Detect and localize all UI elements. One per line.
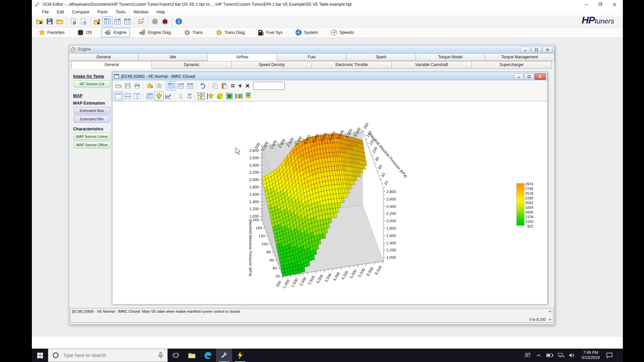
engine-minimize-button[interactable] (520, 47, 530, 53)
ve-save-button[interactable] (123, 81, 132, 90)
pane-single-button[interactable] (114, 92, 123, 101)
write-vcm-button[interactable] (160, 16, 170, 26)
compare-select-button[interactable] (197, 92, 206, 101)
ve-table-compare-all-button[interactable] (185, 81, 195, 90)
mic-icon[interactable] (158, 352, 163, 359)
table-compare-all-button[interactable] (122, 16, 132, 26)
file-info-button[interactable] (68, 16, 78, 26)
open-button[interactable] (35, 16, 45, 26)
ribbon-tab-engine[interactable]: Engine (101, 28, 130, 37)
read-vcm-button[interactable] (150, 16, 160, 26)
menu-edit[interactable]: Edit (57, 10, 64, 14)
view-line-graph-button[interactable] (164, 92, 173, 101)
tab-general[interactable]: General (69, 53, 139, 61)
ve-print-button[interactable] (132, 81, 142, 90)
map-sensor-linear-button[interactable]: MAP Sensor Linear (74, 133, 110, 140)
iat-sensor-cal-button[interactable]: IAT Sensor Cal (74, 80, 110, 87)
edge-button[interactable] (200, 349, 216, 362)
ribbon-tab-os[interactable]: OS (74, 28, 95, 37)
ribbon-tab-favorites[interactable]: Favorites (35, 28, 68, 37)
volume-indicator[interactable] (568, 349, 576, 362)
ve-table-view-button[interactable] (167, 81, 176, 90)
pane-split-v-button[interactable] (132, 92, 142, 101)
vcm-scanner-taskbar-button[interactable] (232, 349, 248, 362)
menu-file[interactable]: File (42, 10, 49, 14)
menu-window[interactable]: Window (133, 10, 148, 14)
start-button[interactable] (32, 349, 48, 362)
compare-shade-button[interactable] (215, 92, 225, 101)
ribbon-tab-trans-diag[interactable]: Trans Diag (212, 28, 248, 37)
subtab-electronic-throttle[interactable]: Electronic Throttle (312, 61, 392, 69)
close-file-button[interactable] (55, 16, 65, 26)
ribbon-tab-speedo[interactable]: Speedo (327, 28, 357, 37)
engine-window-titlebar[interactable]: Engine (69, 45, 554, 54)
scroll-down-icon[interactable] (548, 319, 552, 321)
search-input[interactable] (62, 352, 158, 358)
minimize-button[interactable] (579, 0, 593, 9)
taskbar-clock[interactable]: 7:49 PM 5/15/2019 (579, 350, 603, 360)
ve-minimize-button[interactable] (514, 73, 524, 80)
tab-fuel[interactable]: Fuel (277, 53, 346, 61)
pane-split-h-button[interactable] (123, 92, 132, 101)
info-button[interactable] (174, 16, 184, 26)
estimated-min-button[interactable]: Estimated Min (74, 115, 110, 123)
menu-compare[interactable]: Compare (72, 10, 89, 14)
file-explorer-button[interactable] (184, 349, 200, 362)
multiply-value-button[interactable]: × (244, 82, 251, 90)
subtab-dynamic[interactable]: Dynamic (152, 61, 232, 69)
battery-indicator[interactable] (545, 349, 554, 362)
compare-vsplit-button[interactable] (234, 92, 244, 101)
ve-table-compare-button[interactable] (176, 81, 185, 90)
tab-torque-model[interactable]: Torque Model (416, 53, 485, 61)
ve-close-button[interactable] (535, 73, 546, 80)
subtab-general[interactable]: General (71, 61, 152, 69)
table-compare-button[interactable] (112, 16, 122, 26)
subtab-speed-density[interactable]: Speed Density (231, 61, 312, 69)
compare-swap-button[interactable]: CF (136, 16, 146, 26)
tray-expand-button[interactable] (534, 349, 543, 362)
map-sensor-offset-button[interactable]: MAP Sensor Offset (74, 141, 110, 148)
tab-torque-management[interactable]: Torque Management (485, 53, 554, 61)
table-display-button[interactable] (102, 16, 112, 26)
ve-paste-button[interactable] (220, 81, 229, 90)
tab-idle[interactable]: Idle (138, 53, 208, 61)
ve-copy-button[interactable] (210, 81, 220, 90)
task-view-button[interactable] (168, 349, 184, 362)
ve-undo-button[interactable] (198, 81, 207, 90)
ribbon-tab-trans[interactable]: Trans (180, 28, 207, 37)
view-table-button[interactable] (145, 92, 154, 101)
engine-maximize-button[interactable] (531, 47, 541, 53)
ve-favorite-button[interactable] (154, 81, 164, 90)
network-indicator[interactable] (556, 349, 565, 362)
tab-spark[interactable]: Spark (346, 53, 416, 61)
engine-close-button[interactable] (542, 47, 552, 53)
menu-tools[interactable]: Tools (116, 10, 125, 14)
ve-open-button[interactable] (114, 81, 123, 90)
view-3d-surface-button[interactable] (154, 92, 164, 101)
action-center-button[interactable] (605, 349, 614, 362)
estimated-max-button[interactable]: Estimated Max (74, 107, 110, 114)
ve-favorite-add-button[interactable] (145, 81, 154, 90)
ve-window-titlebar[interactable]: [ECM] 32800 - VE Normal - IMRC Closed (112, 72, 547, 81)
save-button[interactable] (45, 16, 55, 26)
ribbon-tab-system[interactable]: System (292, 28, 321, 37)
ve-surface-chart[interactable]: 5001,0001,5002,0002,5003,0003,5004,0004,… (112, 101, 547, 304)
subtab-variable-camshaft[interactable]: Variable Camshaft (391, 61, 472, 69)
surface-3d-plot[interactable]: 5001,0001,5002,0002,5003,0003,5004,0004,… (112, 102, 547, 304)
value-input[interactable] (253, 82, 285, 90)
subtab-supercharger[interactable]: Supercharger (472, 61, 552, 69)
close-button[interactable] (607, 0, 622, 9)
compare-hsplit-button[interactable] (244, 92, 253, 101)
menu-flash[interactable]: Flash (97, 10, 108, 14)
menu-help[interactable]: Help (156, 10, 165, 14)
decimals-decrease-button[interactable]: +.0 .00 (176, 93, 185, 99)
ve-maximize-button[interactable] (524, 73, 534, 80)
taskbar-search[interactable] (48, 349, 168, 362)
add-value-button[interactable]: + (236, 82, 244, 90)
ribbon-tab-engine-diag[interactable]: Engine Diag (136, 28, 174, 37)
compare-line-button[interactable] (206, 92, 215, 101)
compare-x-button[interactable] (225, 92, 234, 101)
people-button[interactable] (523, 349, 532, 362)
vcm-editor-taskbar-button[interactable] (216, 349, 232, 362)
ribbon-tab-fuel-sys[interactable]: Fuel Sys (254, 28, 286, 37)
